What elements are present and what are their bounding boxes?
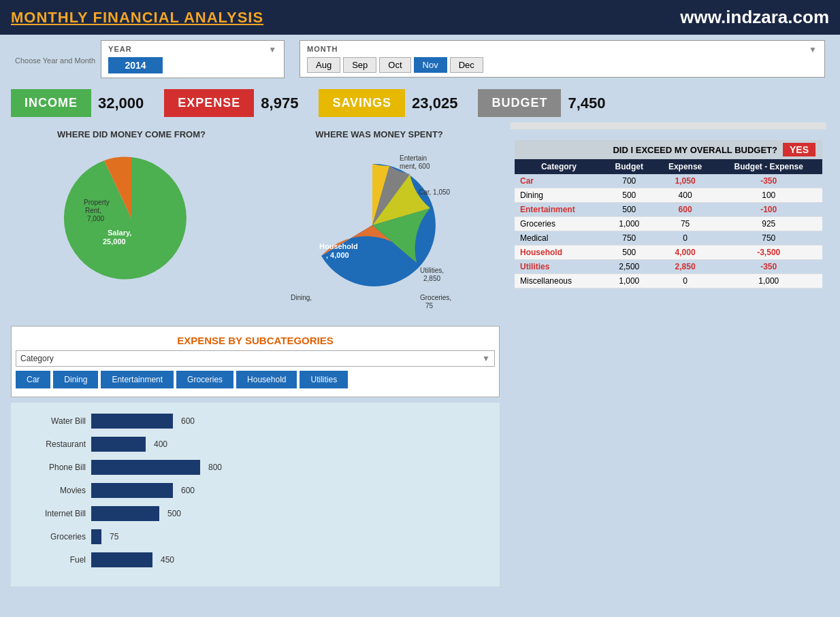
table-row: Entertainment500600-100 [515, 203, 822, 217]
svg-text:Salary,: Salary, [108, 229, 131, 237]
expense-value: 8,975 [261, 95, 298, 112]
cell-diff: -350 [715, 174, 822, 188]
cell-budget: 2,500 [603, 260, 656, 274]
bar-value-fuel: 450 [161, 555, 174, 565]
income-label: INCOME [11, 89, 91, 117]
cell-category: Dining [515, 188, 603, 203]
expense-pie: Entertain ment, 600 Car, 1,050 Utilities… [259, 144, 500, 320]
subcategory-title: EXPENSE BY SUBCATEGORIES [16, 335, 495, 346]
cell-expense: 75 [656, 217, 715, 231]
expense-summary: EXPENSE 8,975 [164, 89, 298, 117]
savings-value: 23,025 [412, 95, 457, 112]
cat-btn-utilities[interactable]: Utilities [300, 371, 348, 388]
budget-value: 7,450 [568, 95, 605, 112]
svg-text:ment, 600: ment, 600 [400, 163, 430, 170]
right-panel: DID I EXCEED MY OVERALL BUDGET? YES Cate… [504, 122, 833, 586]
savings-summary: SAVINGS 23,025 [319, 89, 457, 117]
subcategory-section: EXPENSE BY SUBCATEGORIES Category ▼ Car … [11, 326, 500, 397]
cell-expense: 400 [656, 188, 715, 203]
bar-label-groceries: Groceries [25, 532, 86, 541]
filter-label: Category [20, 354, 54, 363]
category-buttons: Car Dining Entertainment Groceries House… [16, 371, 495, 388]
bar-movies [91, 483, 173, 498]
bar-label-movies: Movies [25, 486, 86, 495]
cell-budget: 500 [603, 246, 656, 260]
svg-text:2,850: 2,850 [423, 275, 440, 282]
col-expense: Expense [656, 159, 715, 174]
header: MONTHLY FINANCIAL ANALYSIS www.indzara.c… [0, 0, 840, 35]
budget-header: DID I EXCEED MY OVERALL BUDGET? YES [515, 140, 822, 159]
main-content: WHERE DID MONEY COME FROM? Salary, 25,00… [0, 122, 840, 586]
table-row: Miscellaneous1,00001,000 [515, 274, 822, 288]
income-chart: WHERE DID MONEY COME FROM? Salary, 25,00… [11, 129, 252, 320]
cell-category: Car [515, 174, 603, 188]
bar-row-phonebill: Phone Bill 800 [25, 460, 486, 475]
cat-btn-entertainment[interactable]: Entertainment [101, 371, 174, 388]
expense-chart-title: WHERE WAS MONEY SPENT? [259, 129, 500, 139]
bar-row-groceries: Groceries 75 [25, 529, 486, 544]
cell-category: Household [515, 246, 603, 260]
cell-diff: -350 [715, 260, 822, 274]
year-filter-icon[interactable]: ▼ [268, 45, 277, 54]
month-filter-icon[interactable]: ▼ [809, 45, 818, 54]
svg-text:Car, 1,050: Car, 1,050 [419, 188, 451, 196]
bar-row-internetbill: Internet Bill 500 [25, 506, 486, 521]
table-row: Dining500400100 [515, 188, 822, 203]
cell-expense: 1,050 [656, 174, 715, 188]
summary-bar: INCOME 32,000 EXPENSE 8,975 SAVINGS 23,0… [0, 84, 840, 122]
year-label: YEAR ▼ [108, 45, 277, 54]
cell-expense: 0 [656, 231, 715, 246]
month-nov[interactable]: Nov [414, 57, 447, 73]
svg-text:Property: Property [84, 199, 110, 206]
cell-budget: 1,000 [603, 274, 656, 288]
bar-row-waterbill: Water Bill 600 [25, 414, 486, 429]
budget-table: Category Budget Expense Budget - Expense… [515, 159, 822, 288]
svg-text:75: 75 [425, 302, 434, 310]
choose-label: Choose Year and Month [15, 56, 95, 65]
bar-groceries [91, 529, 101, 544]
cell-category: Entertainment [515, 203, 603, 217]
bar-row-restaurant: Restaurant 400 [25, 437, 486, 452]
cell-category: Medical [515, 231, 603, 246]
svg-text:Rent,: Rent, [85, 207, 101, 214]
cell-diff: -3,500 [715, 246, 822, 260]
bar-row-fuel: Fuel 450 [25, 552, 486, 567]
cell-expense: 0 [656, 274, 715, 288]
month-oct[interactable]: Oct [379, 57, 410, 73]
budget-label: BUDGET [478, 89, 561, 117]
bar-label-phonebill: Phone Bill [25, 463, 86, 472]
top-controls: Choose Year and Month YEAR ▼ 2014 MONTH … [0, 35, 840, 84]
bar-value-movies: 600 [181, 486, 195, 495]
income-summary: INCOME 32,000 [11, 89, 144, 117]
bar-label-restaurant: Restaurant [25, 439, 86, 449]
cell-expense: 600 [656, 203, 715, 217]
bar-label-fuel: Fuel [25, 555, 86, 565]
svg-text:Utilities,: Utilities, [420, 267, 444, 274]
cat-btn-household[interactable]: Household [236, 371, 297, 388]
cat-btn-dining[interactable]: Dining [53, 371, 98, 388]
category-filter-icon[interactable]: ▼ [482, 354, 490, 363]
col-budget: Budget [603, 159, 656, 174]
cell-diff: 1,000 [715, 274, 822, 288]
cat-btn-groceries[interactable]: Groceries [176, 371, 233, 388]
month-aug[interactable]: Aug [307, 57, 340, 73]
svg-text:7,000: 7,000 [87, 215, 104, 222]
month-control: MONTH ▼ Aug Sep Oct Nov Dec [300, 40, 825, 78]
bar-fuel [91, 552, 152, 567]
income-value: 32,000 [98, 95, 144, 112]
bar-row-movies: Movies 600 [25, 483, 486, 498]
month-sep[interactable]: Sep [343, 57, 376, 73]
table-row: Car7001,050-350 [515, 174, 822, 188]
svg-text:25,000: 25,000 [103, 237, 126, 246]
cell-expense: 4,000 [656, 246, 715, 260]
cat-btn-car[interactable]: Car [16, 371, 50, 388]
expense-label: EXPENSE [164, 89, 254, 117]
year-value[interactable]: 2014 [108, 57, 163, 73]
cell-category: Utilities [515, 260, 603, 274]
income-pie: Salary, 25,000 Property Rent, 7,000 [11, 144, 252, 293]
cell-category: Miscellaneous [515, 274, 603, 288]
month-dec[interactable]: Dec [450, 57, 483, 73]
cell-category: Groceries [515, 217, 603, 231]
savings-label: SAVINGS [319, 89, 405, 117]
year-control: YEAR ▼ 2014 [101, 40, 285, 78]
